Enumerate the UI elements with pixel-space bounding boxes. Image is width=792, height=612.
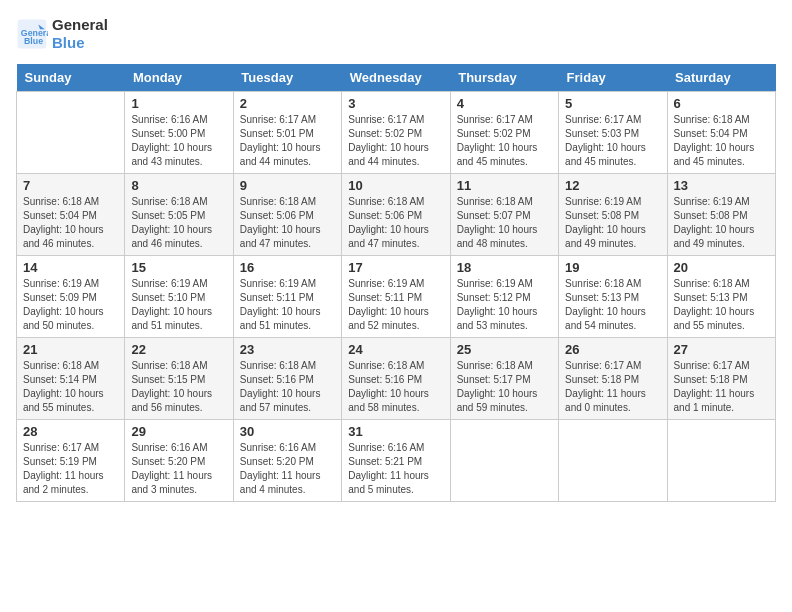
calendar-cell (559, 420, 667, 502)
header-saturday: Saturday (667, 64, 775, 92)
week-row-5: 28Sunrise: 6:17 AM Sunset: 5:19 PM Dayli… (17, 420, 776, 502)
day-info: Sunrise: 6:19 AM Sunset: 5:12 PM Dayligh… (457, 277, 552, 333)
day-number: 23 (240, 342, 335, 357)
day-info: Sunrise: 6:16 AM Sunset: 5:20 PM Dayligh… (131, 441, 226, 497)
day-info: Sunrise: 6:18 AM Sunset: 5:04 PM Dayligh… (23, 195, 118, 251)
day-info: Sunrise: 6:17 AM Sunset: 5:19 PM Dayligh… (23, 441, 118, 497)
calendar-cell: 20Sunrise: 6:18 AM Sunset: 5:13 PM Dayli… (667, 256, 775, 338)
day-number: 13 (674, 178, 769, 193)
day-info: Sunrise: 6:19 AM Sunset: 5:10 PM Dayligh… (131, 277, 226, 333)
day-number: 1 (131, 96, 226, 111)
day-number: 15 (131, 260, 226, 275)
calendar-header-row: SundayMondayTuesdayWednesdayThursdayFrid… (17, 64, 776, 92)
day-number: 14 (23, 260, 118, 275)
week-row-1: 1Sunrise: 6:16 AM Sunset: 5:00 PM Daylig… (17, 92, 776, 174)
calendar-cell: 7Sunrise: 6:18 AM Sunset: 5:04 PM Daylig… (17, 174, 125, 256)
calendar-cell: 30Sunrise: 6:16 AM Sunset: 5:20 PM Dayli… (233, 420, 341, 502)
header: General Blue General Blue (16, 16, 776, 52)
calendar-cell: 8Sunrise: 6:18 AM Sunset: 5:05 PM Daylig… (125, 174, 233, 256)
calendar-cell: 2Sunrise: 6:17 AM Sunset: 5:01 PM Daylig… (233, 92, 341, 174)
day-info: Sunrise: 6:18 AM Sunset: 5:13 PM Dayligh… (674, 277, 769, 333)
header-thursday: Thursday (450, 64, 558, 92)
day-number: 30 (240, 424, 335, 439)
day-info: Sunrise: 6:19 AM Sunset: 5:08 PM Dayligh… (565, 195, 660, 251)
calendar-cell (450, 420, 558, 502)
calendar-cell: 29Sunrise: 6:16 AM Sunset: 5:20 PM Dayli… (125, 420, 233, 502)
day-number: 18 (457, 260, 552, 275)
day-number: 17 (348, 260, 443, 275)
header-friday: Friday (559, 64, 667, 92)
day-info: Sunrise: 6:18 AM Sunset: 5:07 PM Dayligh… (457, 195, 552, 251)
day-number: 19 (565, 260, 660, 275)
calendar-cell (667, 420, 775, 502)
calendar-cell (17, 92, 125, 174)
calendar-cell: 4Sunrise: 6:17 AM Sunset: 5:02 PM Daylig… (450, 92, 558, 174)
day-info: Sunrise: 6:16 AM Sunset: 5:20 PM Dayligh… (240, 441, 335, 497)
day-info: Sunrise: 6:19 AM Sunset: 5:09 PM Dayligh… (23, 277, 118, 333)
calendar-cell: 24Sunrise: 6:18 AM Sunset: 5:16 PM Dayli… (342, 338, 450, 420)
calendar-cell: 3Sunrise: 6:17 AM Sunset: 5:02 PM Daylig… (342, 92, 450, 174)
calendar-cell: 25Sunrise: 6:18 AM Sunset: 5:17 PM Dayli… (450, 338, 558, 420)
day-number: 4 (457, 96, 552, 111)
day-info: Sunrise: 6:17 AM Sunset: 5:03 PM Dayligh… (565, 113, 660, 169)
calendar-cell: 17Sunrise: 6:19 AM Sunset: 5:11 PM Dayli… (342, 256, 450, 338)
day-info: Sunrise: 6:17 AM Sunset: 5:02 PM Dayligh… (348, 113, 443, 169)
day-number: 5 (565, 96, 660, 111)
calendar-cell: 15Sunrise: 6:19 AM Sunset: 5:10 PM Dayli… (125, 256, 233, 338)
logo: General Blue General Blue (16, 16, 108, 52)
day-info: Sunrise: 6:19 AM Sunset: 5:11 PM Dayligh… (240, 277, 335, 333)
day-info: Sunrise: 6:16 AM Sunset: 5:21 PM Dayligh… (348, 441, 443, 497)
header-monday: Monday (125, 64, 233, 92)
day-number: 20 (674, 260, 769, 275)
day-info: Sunrise: 6:18 AM Sunset: 5:17 PM Dayligh… (457, 359, 552, 415)
calendar-cell: 21Sunrise: 6:18 AM Sunset: 5:14 PM Dayli… (17, 338, 125, 420)
day-info: Sunrise: 6:18 AM Sunset: 5:06 PM Dayligh… (348, 195, 443, 251)
day-number: 2 (240, 96, 335, 111)
day-number: 11 (457, 178, 552, 193)
logo-icon: General Blue (16, 18, 48, 50)
day-info: Sunrise: 6:18 AM Sunset: 5:15 PM Dayligh… (131, 359, 226, 415)
day-number: 26 (565, 342, 660, 357)
week-row-3: 14Sunrise: 6:19 AM Sunset: 5:09 PM Dayli… (17, 256, 776, 338)
day-number: 3 (348, 96, 443, 111)
day-number: 8 (131, 178, 226, 193)
day-number: 27 (674, 342, 769, 357)
day-number: 24 (348, 342, 443, 357)
calendar-cell: 11Sunrise: 6:18 AM Sunset: 5:07 PM Dayli… (450, 174, 558, 256)
logo-text-general: General (52, 16, 108, 34)
header-wednesday: Wednesday (342, 64, 450, 92)
calendar-cell: 13Sunrise: 6:19 AM Sunset: 5:08 PM Dayli… (667, 174, 775, 256)
day-number: 16 (240, 260, 335, 275)
calendar-cell: 5Sunrise: 6:17 AM Sunset: 5:03 PM Daylig… (559, 92, 667, 174)
day-number: 29 (131, 424, 226, 439)
calendar-cell: 16Sunrise: 6:19 AM Sunset: 5:11 PM Dayli… (233, 256, 341, 338)
week-row-4: 21Sunrise: 6:18 AM Sunset: 5:14 PM Dayli… (17, 338, 776, 420)
calendar-cell: 31Sunrise: 6:16 AM Sunset: 5:21 PM Dayli… (342, 420, 450, 502)
day-info: Sunrise: 6:19 AM Sunset: 5:11 PM Dayligh… (348, 277, 443, 333)
svg-text:Blue: Blue (24, 36, 43, 46)
day-number: 12 (565, 178, 660, 193)
calendar-cell: 26Sunrise: 6:17 AM Sunset: 5:18 PM Dayli… (559, 338, 667, 420)
day-number: 31 (348, 424, 443, 439)
day-info: Sunrise: 6:17 AM Sunset: 5:01 PM Dayligh… (240, 113, 335, 169)
day-info: Sunrise: 6:18 AM Sunset: 5:16 PM Dayligh… (348, 359, 443, 415)
calendar-cell: 6Sunrise: 6:18 AM Sunset: 5:04 PM Daylig… (667, 92, 775, 174)
calendar-cell: 18Sunrise: 6:19 AM Sunset: 5:12 PM Dayli… (450, 256, 558, 338)
day-number: 22 (131, 342, 226, 357)
calendar-cell: 28Sunrise: 6:17 AM Sunset: 5:19 PM Dayli… (17, 420, 125, 502)
calendar-cell: 22Sunrise: 6:18 AM Sunset: 5:15 PM Dayli… (125, 338, 233, 420)
day-info: Sunrise: 6:19 AM Sunset: 5:08 PM Dayligh… (674, 195, 769, 251)
calendar-cell: 10Sunrise: 6:18 AM Sunset: 5:06 PM Dayli… (342, 174, 450, 256)
calendar-cell: 23Sunrise: 6:18 AM Sunset: 5:16 PM Dayli… (233, 338, 341, 420)
calendar-cell: 14Sunrise: 6:19 AM Sunset: 5:09 PM Dayli… (17, 256, 125, 338)
day-number: 6 (674, 96, 769, 111)
day-number: 28 (23, 424, 118, 439)
day-info: Sunrise: 6:16 AM Sunset: 5:00 PM Dayligh… (131, 113, 226, 169)
logo-text-blue: Blue (52, 34, 108, 52)
header-tuesday: Tuesday (233, 64, 341, 92)
calendar-cell: 27Sunrise: 6:17 AM Sunset: 5:18 PM Dayli… (667, 338, 775, 420)
calendar-cell: 1Sunrise: 6:16 AM Sunset: 5:00 PM Daylig… (125, 92, 233, 174)
day-info: Sunrise: 6:18 AM Sunset: 5:05 PM Dayligh… (131, 195, 226, 251)
day-number: 25 (457, 342, 552, 357)
day-number: 9 (240, 178, 335, 193)
